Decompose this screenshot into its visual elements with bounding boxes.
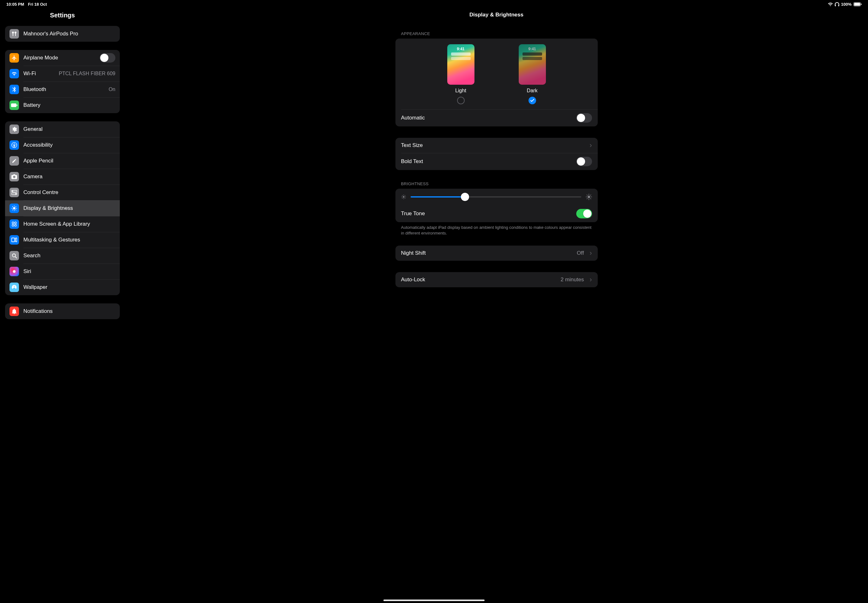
sidebar-item-general[interactable]: General [5, 121, 120, 137]
sidebar-item-airpods[interactable]: Mahnoor's AirPods Pro [5, 26, 120, 42]
svg-rect-24 [12, 238, 15, 242]
sidebar-group-connectivity: Airplane ModeWi-FiPTCL FLASH FIBER 609Bl… [5, 50, 120, 113]
sidebar-item-siri[interactable]: Siri [5, 264, 120, 279]
appearance-option-dark[interactable]: 9:41 Dark [519, 44, 546, 104]
sidebar-item-label: Search [23, 252, 115, 259]
sidebar-item-label: Battery [23, 102, 115, 108]
sidebar-item-label: Multitasking & Gestures [23, 237, 115, 243]
svg-rect-21 [14, 222, 16, 223]
chevron-icon: › [589, 276, 592, 283]
sidebar-title: Settings [5, 7, 120, 26]
sidebar-group-airpods: Mahnoor's AirPods Pro [5, 26, 120, 42]
svg-point-11 [13, 207, 15, 210]
sidebar-item-accessibility[interactable]: Accessibility [5, 137, 120, 153]
sidebar-item-label: Wallpaper [23, 284, 115, 291]
brightness-slider-row [395, 189, 598, 205]
light-radio[interactable] [457, 97, 465, 104]
brightness-slider[interactable] [411, 196, 581, 198]
sidebar-item-control-centre[interactable]: Control Centre [5, 185, 120, 200]
sidebar-item-wi-fi[interactable]: Wi-FiPTCL FLASH FIBER 609 [5, 66, 120, 82]
siri-icon [9, 267, 19, 276]
sidebar-item-wallpaper[interactable]: Wallpaper [5, 279, 120, 295]
svg-point-30 [403, 196, 404, 198]
svg-rect-1 [854, 3, 860, 6]
svg-point-29 [13, 270, 16, 273]
airplane-mode-toggle[interactable] [99, 53, 115, 63]
sidebar-group-main: GeneralAccessibilityApple PencilCameraCo… [5, 121, 120, 295]
svg-rect-3 [11, 104, 16, 107]
sidebar-item-label: Bluetooth [23, 86, 104, 93]
search-icon [9, 251, 19, 260]
svg-rect-25 [15, 238, 17, 242]
svg-rect-23 [14, 224, 16, 226]
battery-icon [9, 100, 19, 110]
sidebar-item-notifications[interactable]: Notifications [5, 303, 120, 319]
true-tone-toggle[interactable] [576, 209, 592, 218]
bold-text-row[interactable]: Bold Text [395, 153, 598, 170]
appearance-header: APPEARANCE [395, 25, 598, 39]
content-pane: Display & Brightness APPEARANCE 9:41 Lig… [125, 7, 868, 603]
svg-line-36 [405, 198, 405, 198]
svg-rect-22 [12, 224, 14, 226]
night-shift-value: Off [577, 250, 584, 256]
status-date: Fri 18 Oct [28, 2, 47, 7]
svg-point-6 [14, 143, 15, 144]
settings-sidebar: Settings Mahnoor's AirPods Pro Airplane … [0, 7, 125, 603]
sidebar-item-display-brightness[interactable]: Display & Brightness [5, 200, 120, 216]
chevron-icon: › [589, 250, 592, 257]
sidebar-item-label: Wi-Fi [23, 71, 54, 77]
automatic-row[interactable]: Automatic [395, 109, 598, 127]
wallpaper-icon [9, 283, 19, 292]
sidebar-item-label: Control Centre [23, 189, 115, 196]
dark-radio[interactable] [529, 97, 536, 104]
bluetooth-icon [9, 85, 19, 94]
svg-line-35 [402, 195, 402, 196]
sidebar-item-detail: On [109, 87, 115, 92]
sidebar-item-label: Accessibility [23, 142, 115, 148]
sidebar-item-label: Notifications [23, 308, 115, 314]
sidebar-item-apple-pencil[interactable]: Apple Pencil [5, 153, 120, 169]
svg-line-18 [12, 210, 13, 210]
sidebar-item-home-screen-app-library[interactable]: Home Screen & App Library [5, 216, 120, 232]
night-shift-row[interactable]: Night Shift Off › [395, 246, 598, 261]
sun-small-icon [401, 194, 406, 199]
auto-lock-value: 2 minutes [560, 277, 584, 283]
sidebar-group-extra: Notifications [5, 303, 120, 319]
sidebar-item-label: Home Screen & App Library [23, 221, 115, 227]
svg-line-47 [590, 195, 591, 196]
svg-point-26 [12, 254, 15, 257]
true-tone-row[interactable]: True Tone [395, 205, 598, 222]
sidebar-item-detail: PTCL FLASH FIBER 609 [59, 71, 115, 76]
sidebar-item-multitasking-gestures[interactable]: Multitasking & Gestures [5, 232, 120, 248]
brightness-header: BRIGHTNESS [395, 170, 598, 189]
battery-status-icon [854, 2, 862, 6]
text-size-row[interactable]: Text Size › [395, 138, 598, 153]
sidebar-item-label: General [23, 126, 115, 132]
svg-point-10 [15, 193, 16, 194]
text-panel: Text Size › Bold Text [395, 138, 598, 170]
sidebar-item-camera[interactable]: Camera [5, 169, 120, 185]
status-right: 100% [828, 2, 862, 7]
sidebar-item-airplane-mode[interactable]: Airplane Mode [5, 50, 120, 66]
auto-lock-label: Auto-Lock [401, 277, 556, 283]
sidebar-item-label: Camera [23, 173, 115, 180]
battery-pct: 100% [841, 2, 852, 7]
sidebar-item-battery[interactable]: Battery [5, 97, 120, 113]
night-shift-label: Night Shift [401, 250, 572, 256]
appearance-option-light[interactable]: 9:41 Light [447, 44, 475, 104]
night-shift-panel: Night Shift Off › [395, 246, 598, 261]
svg-line-45 [590, 198, 591, 199]
bold-text-toggle[interactable] [576, 157, 592, 166]
switches-icon [9, 188, 19, 197]
dark-label: Dark [527, 88, 538, 94]
home-indicator [384, 600, 484, 601]
sidebar-item-label: Airplane Mode [23, 55, 95, 61]
sidebar-item-bluetooth[interactable]: BluetoothOn [5, 82, 120, 97]
airplane-icon [9, 53, 19, 63]
light-thumb: 9:41 [447, 44, 475, 85]
auto-lock-row[interactable]: Auto-Lock 2 minutes › [395, 272, 598, 287]
brightness-icon [9, 204, 19, 213]
sidebar-item-label: Apple Pencil [23, 158, 115, 164]
automatic-toggle[interactable] [576, 113, 592, 123]
sidebar-item-search[interactable]: Search [5, 248, 120, 264]
